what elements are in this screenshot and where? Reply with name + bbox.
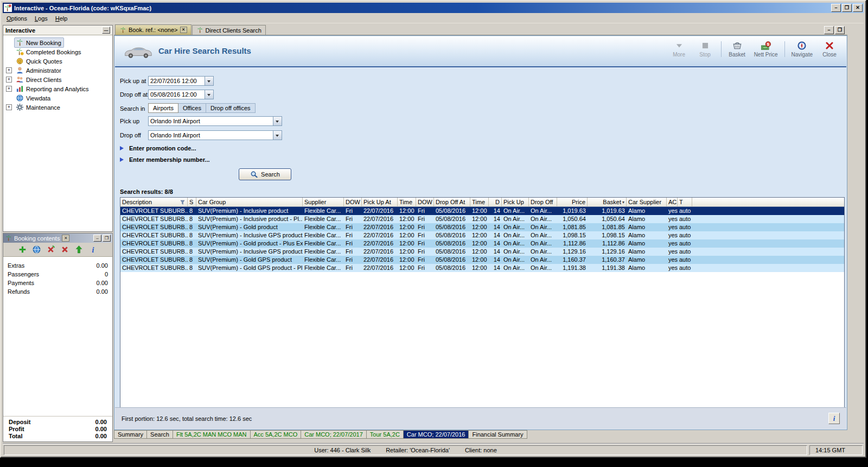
- column-header-label: Description: [122, 199, 152, 205]
- promotion-code-expander[interactable]: Enter promotion code...: [120, 145, 196, 152]
- booking-contents-maximize-button[interactable]: ❐: [103, 235, 111, 242]
- column-header-drop-off[interactable]: Drop Off: [529, 198, 557, 206]
- nett-price-button[interactable]: $Nett Price: [752, 40, 780, 59]
- dropoff-at-dropdown-icon[interactable]: [205, 90, 213, 99]
- cell-drop-off: On Air...: [529, 223, 557, 231]
- column-header-car-supplier[interactable]: Car Supplier: [627, 198, 667, 206]
- booking-row-value: 0.00: [97, 288, 108, 295]
- sidebar-item-direct-clients[interactable]: +Direct Clients: [3, 75, 112, 84]
- menu-logs[interactable]: Logs: [31, 14, 52, 23]
- dropoff-combo-input[interactable]: [149, 131, 273, 140]
- mdi-maximize-button[interactable]: ❐: [835, 26, 845, 34]
- bottom-tab-car-mco-22-07-2017[interactable]: Car MCO; 22/07/2017: [301, 430, 367, 439]
- result-row[interactable]: CHEVROLET SUBURB...8SUV(Premium) - Inclu…: [120, 231, 844, 239]
- result-row[interactable]: CHEVROLET SUBURB...8SUV(Premium) - Gold …: [120, 223, 844, 231]
- cell-time: 12:00: [470, 239, 489, 248]
- booking-contents-minimize-button[interactable]: –: [93, 235, 101, 242]
- delete-button[interactable]: [60, 245, 69, 254]
- menu-options[interactable]: Options: [3, 14, 31, 23]
- sidebar-item-administrator[interactable]: +Administrator: [3, 66, 112, 75]
- pickup-combo-dropdown-icon[interactable]: [273, 117, 282, 125]
- pickup-at-input[interactable]: [149, 77, 205, 85]
- dropoff-combo[interactable]: [148, 130, 282, 140]
- sidebar-item-completed-bookings[interactable]: +Completed Bookings: [3, 47, 112, 56]
- search-in-tab-drop-off-offices[interactable]: Drop off offices: [206, 103, 256, 113]
- panel-collapse-button[interactable]: —: [102, 27, 110, 34]
- column-header-time[interactable]: Time: [470, 198, 489, 206]
- column-header-time[interactable]: Time: [398, 198, 416, 206]
- column-header-d[interactable]: D: [489, 198, 502, 206]
- pickup-at-field[interactable]: [148, 76, 214, 86]
- column-header-pick-up-at[interactable]: Pick Up At: [362, 198, 398, 206]
- sidebar-item-viewdata[interactable]: +Viewdata: [3, 93, 112, 103]
- booking-contents-body: Extras0.00Passengers0Payments0.00Refunds…: [3, 257, 112, 416]
- pickup-combo[interactable]: [148, 116, 282, 126]
- navigate-button[interactable]: Navigate: [789, 40, 815, 59]
- column-header-dow[interactable]: DOW: [416, 198, 434, 206]
- result-row[interactable]: CHEVROLET SUBURB...8SUV(Premium) - Gold …: [120, 239, 844, 248]
- sidebar-item-reporting-and-analytics[interactable]: +Reporting and Analytics: [3, 84, 112, 93]
- result-row[interactable]: CHEVROLET SUBURB...8SUV(Premium) - Inclu…: [120, 215, 844, 223]
- sidebar-item-new-booking[interactable]: +New Booking: [3, 38, 112, 47]
- expand-icon[interactable]: +: [6, 86, 12, 92]
- dropoff-at-field[interactable]: [148, 90, 214, 99]
- bottom-tab-car-mco-22-07-2016[interactable]: Car MCO; 22/07/2016: [404, 430, 469, 439]
- tab-close-icon[interactable]: ✕: [180, 27, 187, 33]
- mdi-minimize-button[interactable]: –: [824, 26, 834, 34]
- bottom-tab-financial-summary[interactable]: Financial Summary: [469, 430, 527, 439]
- column-header-car-group[interactable]: Car Group: [196, 198, 303, 206]
- pickup-combo-input[interactable]: [149, 117, 273, 125]
- expand-icon[interactable]: +: [6, 67, 12, 73]
- bottom-tab-flt-5a-2c-man-mco-man[interactable]: Flt 5A,2C MAN MCO MAN: [173, 430, 251, 439]
- close-button[interactable]: Close: [818, 40, 841, 59]
- menu-help[interactable]: Help: [52, 14, 72, 23]
- globe-button[interactable]: [32, 245, 41, 254]
- window-close-button[interactable]: ✕: [853, 4, 863, 12]
- membership-number-expander[interactable]: Enter membership number...: [120, 156, 210, 163]
- pickup-at-dropdown-icon[interactable]: [205, 77, 213, 85]
- column-header-description[interactable]: Description: [120, 198, 188, 206]
- move-up-button[interactable]: [74, 245, 84, 254]
- column-header-t[interactable]: T: [678, 198, 692, 206]
- cell-ac: yes: [667, 215, 678, 223]
- bottom-tab-search[interactable]: Search: [147, 430, 173, 439]
- column-header-basket[interactable]: Basket▾: [588, 198, 627, 206]
- expand-icon[interactable]: +: [6, 104, 12, 110]
- maintenance-icon: [16, 103, 24, 111]
- column-header-dow[interactable]: DOW: [344, 198, 362, 206]
- column-header-price[interactable]: Price: [557, 198, 588, 206]
- search-button[interactable]: Search: [239, 168, 291, 180]
- search-in-tab-offices[interactable]: Offices: [178, 103, 206, 113]
- bottom-tab-summary[interactable]: Summary: [114, 430, 147, 439]
- column-header-supplier[interactable]: Supplier: [303, 198, 344, 206]
- column-header-pick-up[interactable]: Pick Up: [502, 198, 529, 206]
- document-tab-book-ref-none[interactable]: Book. ref.: <none>✕: [115, 24, 192, 35]
- cell-price: 1,191.38: [557, 264, 588, 272]
- result-row[interactable]: CHEVROLET SUBURB...8SUV(Premium) - Inclu…: [120, 207, 844, 215]
- column-header-ac[interactable]: AC: [667, 198, 678, 206]
- basket-button[interactable]: Basket: [726, 40, 749, 59]
- sidebar-item-quick-quotes[interactable]: +QQuick Quotes: [3, 56, 112, 66]
- result-row[interactable]: CHEVROLET SUBURB...8SUV(Premium) - Gold …: [120, 264, 844, 272]
- window-minimize-button[interactable]: –: [831, 4, 841, 12]
- info-button[interactable]: i: [88, 245, 98, 254]
- bottom-tab-tour-5a-2c[interactable]: Tour 5A,2C: [367, 430, 404, 439]
- info-button[interactable]: i: [828, 413, 840, 424]
- document-tab-direct-clients-search[interactable]: Direct Clients Search: [192, 25, 266, 35]
- remove-item-button[interactable]: [46, 245, 55, 254]
- column-header-drop-off-at[interactable]: Drop Off At: [434, 198, 470, 206]
- cell-dow: Fri: [344, 239, 362, 248]
- cell-car-supplier: Alamo: [627, 239, 667, 248]
- result-row[interactable]: CHEVROLET SUBURB...8SUV(Premium) - Gold …: [120, 256, 844, 264]
- dropoff-at-input[interactable]: [149, 90, 205, 99]
- booking-contents-close-icon[interactable]: ✕: [62, 235, 69, 242]
- bottom-tab-acc-5a-2c-mco[interactable]: Acc 5A,2C MCO: [251, 430, 302, 439]
- add-button[interactable]: [18, 245, 27, 254]
- search-in-tab-airports[interactable]: Airports: [148, 103, 178, 113]
- result-row[interactable]: CHEVROLET SUBURB...8SUV(Premium) - Inclu…: [120, 248, 844, 256]
- expand-icon[interactable]: +: [6, 77, 12, 83]
- dropoff-combo-dropdown-icon[interactable]: [273, 131, 282, 140]
- window-maximize-button[interactable]: ❐: [842, 4, 852, 12]
- sidebar-item-maintenance[interactable]: +Maintenance: [3, 103, 112, 112]
- column-header-s[interactable]: S: [188, 198, 196, 206]
